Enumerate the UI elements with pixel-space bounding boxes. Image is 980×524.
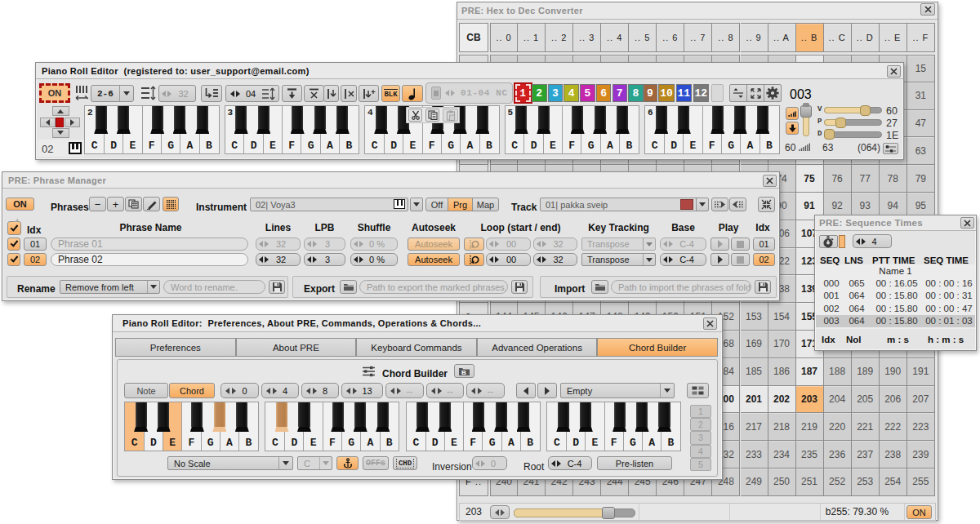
svg-text:B: B: [461, 369, 466, 376]
